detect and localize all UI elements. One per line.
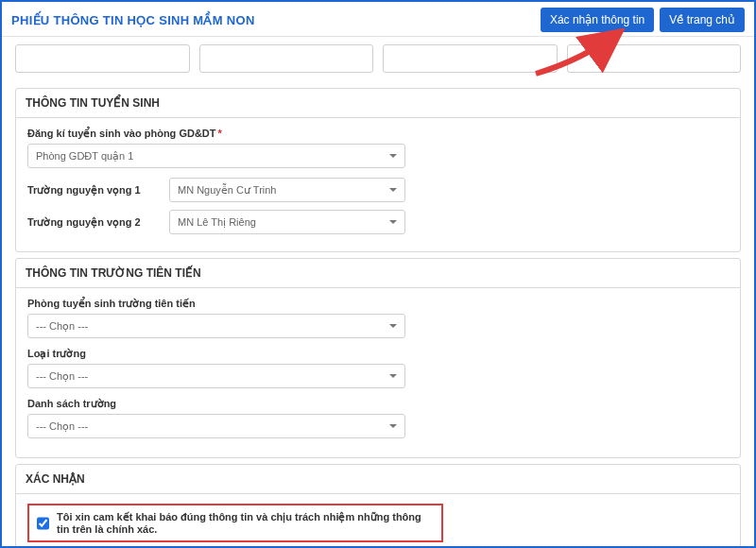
nv2-select[interactable]: MN Lê Thị Riêng xyxy=(169,210,405,234)
panel-tien-tien: THÔNG TIN TRƯỜNG TIÊN TIẾN Phòng tuyển s… xyxy=(15,258,741,458)
gd-label: Đăng kí tuyển sinh vào phòng GD&DT* xyxy=(27,128,729,140)
chevron-down-icon xyxy=(389,324,397,328)
panel-xac-nhan-title: XÁC NHẬN xyxy=(16,465,740,494)
gd-select-value: Phòng GDĐT quận 1 xyxy=(36,150,133,163)
nv1-select[interactable]: MN Nguyễn Cư Trinh xyxy=(169,178,405,202)
loai-label: Loại trường xyxy=(27,348,729,360)
panel-xac-nhan: XÁC NHẬN Tôi xin cam kết khai báo đúng t… xyxy=(15,464,741,548)
chevron-down-icon xyxy=(389,154,397,158)
phong-select[interactable]: --- Chọn --- xyxy=(27,314,405,338)
panel-tuyen-sinh: THÔNG TIN TUYỂN SINH Đăng kí tuyển sinh … xyxy=(15,88,741,252)
chevron-down-icon xyxy=(389,220,397,224)
nv1-label: Trường nguyện vọng 1 xyxy=(27,184,169,197)
commit-checkbox[interactable] xyxy=(37,517,49,530)
top-input-4[interactable] xyxy=(567,44,742,73)
chevron-down-icon xyxy=(389,374,397,378)
nv2-select-value: MN Lê Thị Riêng xyxy=(178,216,256,229)
chevron-down-icon xyxy=(389,424,397,428)
nv2-label: Trường nguyện vọng 2 xyxy=(27,216,169,229)
top-input-1[interactable] xyxy=(15,44,190,73)
required-star: * xyxy=(218,128,222,139)
panel-tuyen-sinh-title: THÔNG TIN TUYỂN SINH xyxy=(16,89,740,118)
confirm-info-button[interactable]: Xác nhận thông tin xyxy=(541,8,654,32)
ds-select-value: --- Chọn --- xyxy=(36,420,88,433)
commit-text: Tôi xin cam kết khai báo đúng thông tin … xyxy=(57,511,434,535)
chevron-down-icon xyxy=(389,188,397,192)
commit-checkbox-row: Tôi xin cam kết khai báo đúng thông tin … xyxy=(27,504,443,542)
header-bar: PHIẾU THÔNG TIN HỌC SINH MẦM NON Xác nhậ… xyxy=(2,2,754,37)
panel-tien-tien-title: THÔNG TIN TRƯỜNG TIÊN TIẾN xyxy=(16,259,740,288)
phong-select-value: --- Chọn --- xyxy=(36,320,88,333)
top-input-3[interactable] xyxy=(383,44,558,73)
header-actions: Xác nhận thông tin Về trang chủ xyxy=(541,8,745,32)
top-input-row xyxy=(11,43,745,82)
nv1-select-value: MN Nguyễn Cư Trinh xyxy=(178,184,276,197)
gd-select[interactable]: Phòng GDĐT quận 1 xyxy=(27,144,405,168)
loai-select[interactable]: --- Chọn --- xyxy=(27,364,405,388)
home-button[interactable]: Về trang chủ xyxy=(660,8,745,32)
top-input-2[interactable] xyxy=(199,44,374,73)
loai-select-value: --- Chọn --- xyxy=(36,370,88,383)
ds-select[interactable]: --- Chọn --- xyxy=(27,414,405,438)
phong-label: Phòng tuyển sinh trường tiên tiến xyxy=(27,298,729,310)
gd-label-text: Đăng kí tuyển sinh vào phòng GD&DT xyxy=(27,128,216,139)
ds-label: Danh sách trường xyxy=(27,398,729,410)
page-title: PHIẾU THÔNG TIN HỌC SINH MẦM NON xyxy=(11,13,255,27)
